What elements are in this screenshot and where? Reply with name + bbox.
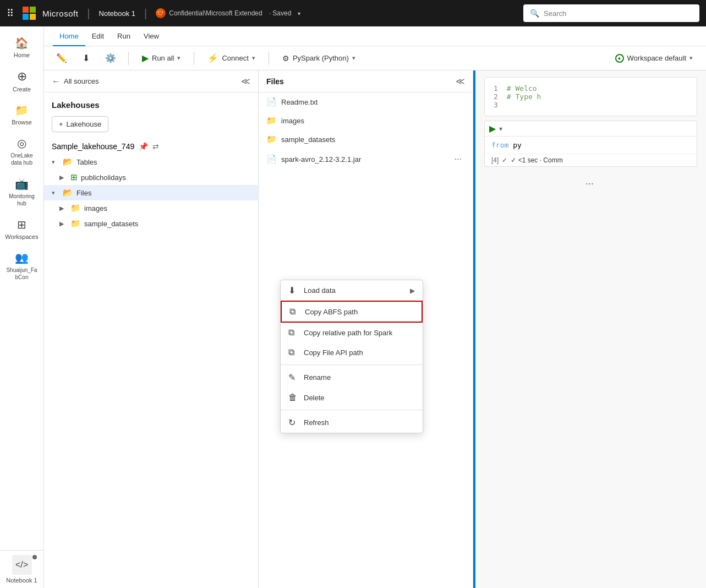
- download-icon: ⬇: [83, 53, 90, 63]
- chevron-right-icon: ▶: [59, 174, 67, 181]
- cell-chevron-icon[interactable]: ▾: [499, 125, 502, 133]
- ctx-refresh-label: Refresh: [304, 418, 329, 427]
- file-images-label: images: [281, 117, 304, 125]
- sync-icon[interactable]: ⇄: [152, 142, 159, 151]
- collapse-files-button[interactable]: ≪: [456, 76, 465, 86]
- topbar-sep-1: |: [87, 7, 90, 20]
- connect-chevron-icon: ▾: [252, 55, 255, 62]
- ctx-rename[interactable]: ✎ Rename: [281, 367, 423, 388]
- settings-button[interactable]: ⚙️: [100, 50, 122, 67]
- menu-edit[interactable]: Edit: [85, 26, 111, 46]
- tree-item-publicholidays[interactable]: ▶ ⊞ publicholidays: [44, 170, 258, 185]
- file-item-images[interactable]: 📁 images: [259, 111, 473, 130]
- back-label: All sources: [64, 77, 99, 85]
- run-all-button[interactable]: ▶ Run all ▾: [135, 50, 187, 67]
- lakehouse-name-label: Sample_lakehouse_749: [52, 142, 134, 151]
- plus-icon: +: [59, 120, 63, 128]
- explorer-header: ← All sources ≪: [44, 70, 258, 92]
- rename-icon: ✎: [288, 372, 298, 383]
- sidebar-item-workspaces[interactable]: ⊞ Workspaces: [0, 213, 43, 246]
- tree-item-sample-datasets[interactable]: ▶ 📁 sample_datasets: [44, 216, 258, 231]
- delete-icon: 🗑: [288, 393, 298, 402]
- cell-status: [4] ✓ ✓ <1 sec · Comm: [485, 154, 697, 166]
- sidebar-item-user[interactable]: 👥 Shuaijun_FabCon: [0, 246, 43, 286]
- ctx-load-data[interactable]: ⬇ Load data ▶: [281, 280, 423, 301]
- workspace-icon: ●: [615, 54, 624, 63]
- files-title: Files: [266, 77, 284, 86]
- sidebar-item-browse[interactable]: 📁 Browse: [0, 98, 43, 131]
- download-button[interactable]: ⬇: [77, 50, 95, 67]
- edit-button[interactable]: ✏️: [51, 50, 73, 67]
- sidebar-item-home[interactable]: 🏠 Home: [0, 31, 43, 64]
- pin-icon[interactable]: 📌: [139, 142, 148, 151]
- folder-icon: 📁: [70, 219, 81, 228]
- file-item-jar[interactable]: 📄 spark-avro_2.12-3.2.1.jar ···: [259, 149, 473, 170]
- menu-view[interactable]: View: [137, 26, 166, 46]
- sidebar-create-label: Create: [13, 86, 31, 92]
- main-layout: 🏠 Home ⊕ Create 📁 Browse ◎ OneLakedata h…: [0, 26, 706, 588]
- confidential-text: Confidential\Microsoft Extended: [169, 9, 262, 17]
- folder-icon: 📁: [266, 116, 277, 126]
- connect-button[interactable]: ⚡ Connect ▾: [201, 50, 261, 67]
- folder-icon: 📁: [266, 134, 277, 144]
- sidebar-item-onelake[interactable]: ◎ OneLakedata hub: [0, 131, 43, 172]
- cell-run-icon[interactable]: ▶: [489, 123, 496, 134]
- menu-home[interactable]: Home: [53, 26, 85, 46]
- file-item-sample-datasets[interactable]: 📁 sample_datasets: [259, 130, 473, 149]
- notebook-icon: </>: [12, 555, 32, 575]
- add-lakehouse-label: Lakehouse: [67, 120, 102, 128]
- grid-dots-icon[interactable]: ⠿: [7, 7, 14, 19]
- add-lakehouse-button[interactable]: + Lakehouse: [52, 116, 108, 132]
- lakehouse-name: Sample_lakehouse_749 📌 ⇄: [44, 139, 258, 154]
- sidebar-item-monitoring[interactable]: 📺 Monitoringhub: [0, 172, 43, 213]
- ctx-refresh[interactable]: ↻ Refresh: [281, 412, 423, 433]
- ctx-copy-abfs[interactable]: ⧉ Copy ABFS path: [281, 301, 423, 323]
- tree-files-label: Files: [76, 189, 91, 197]
- ctx-copy-relative[interactable]: ⧉ Copy relative path for Spark: [281, 323, 423, 342]
- back-button[interactable]: ← All sources: [52, 77, 99, 86]
- chevron-down-icon[interactable]: ▾: [298, 10, 300, 17]
- notebook-cell-1[interactable]: 1 2 3 # Welco # Type h: [484, 77, 697, 116]
- chevron-right-icon: ▶: [59, 205, 67, 212]
- status-text: ✓ <1 sec · Comm: [511, 156, 562, 164]
- tree-publicholidays-label: publicholidays: [81, 173, 126, 182]
- home-icon: 🏠: [15, 36, 29, 50]
- more-options-button[interactable]: ···: [451, 153, 465, 165]
- code-line-2: # Type h: [507, 92, 541, 101]
- pyspark-button[interactable]: ⚙ PySpark (Python) ▾: [276, 51, 362, 66]
- sidebar-item-notebook[interactable]: </> Notebook 1: [0, 550, 43, 588]
- search-input[interactable]: [544, 9, 693, 18]
- cell-code: from py: [485, 137, 697, 154]
- ctx-copy-file-api[interactable]: ⧉ Copy File API path: [281, 342, 423, 362]
- tree-item-files[interactable]: ▾ 📂 Files: [44, 185, 258, 200]
- tree-item-tables[interactable]: ▾ 📂 Tables: [44, 154, 258, 170]
- file-item-readme[interactable]: 📄 Readme.txt: [259, 92, 473, 111]
- files-panel: Files ≪ 📄 Readme.txt 📁 images 📁 sample_d…: [259, 70, 473, 588]
- folder-open-icon: 📂: [63, 188, 73, 198]
- load-data-icon: ⬇: [288, 285, 298, 296]
- sidebar-item-create[interactable]: ⊕ Create: [0, 64, 43, 98]
- check-icon: ✓: [502, 156, 507, 164]
- collapse-explorer-button[interactable]: ≪: [241, 76, 250, 86]
- workspace-button[interactable]: ● Workspace default ▾: [609, 51, 699, 66]
- workspaces-icon: ⊞: [17, 218, 26, 231]
- left-sidebar: 🏠 Home ⊕ Create 📁 Browse ◎ OneLakedata h…: [0, 26, 44, 588]
- copy-icon: ⧉: [288, 328, 298, 337]
- explorer-title: Lakehouses: [44, 92, 258, 114]
- sidebar-workspaces-label: Workspaces: [5, 233, 38, 240]
- connect-label: Connect: [222, 54, 248, 62]
- notebook-cell-2[interactable]: ▶ ▾ from py [4] ✓ ✓ <1 sec · Comm: [484, 121, 697, 167]
- tree-item-images[interactable]: ▶ 📁 images: [44, 200, 258, 216]
- menu-run[interactable]: Run: [111, 26, 137, 46]
- topbar-sep-2: |: [144, 7, 147, 20]
- notebook-panel: 1 2 3 # Welco # Type h ▶: [473, 70, 706, 588]
- search-box[interactable]: 🔍: [523, 4, 699, 22]
- tree-sample-datasets-label: sample_datasets: [84, 220, 138, 228]
- code-block: 1 2 3 # Welco # Type h: [494, 84, 688, 109]
- notebook-title[interactable]: Notebook 1: [99, 9, 136, 18]
- workspace-chevron-icon: ▾: [689, 55, 693, 62]
- ctx-delete[interactable]: 🗑 Delete: [281, 388, 423, 407]
- file-sample-datasets-label: sample_datasets: [281, 135, 335, 144]
- ellipsis-row: ···: [473, 171, 706, 196]
- ctx-copy-relative-label: Copy relative path for Spark: [304, 329, 392, 337]
